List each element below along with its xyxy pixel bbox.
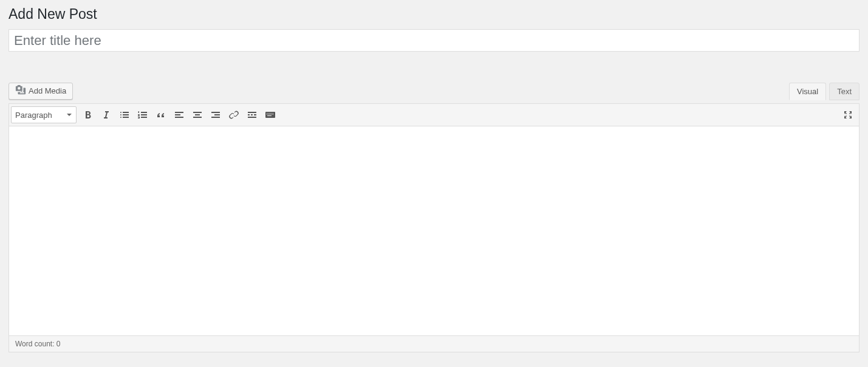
media-row: Add Media Visual Text [9, 82, 859, 100]
bold-icon [82, 109, 94, 121]
numbered-list-icon [137, 109, 149, 121]
editor-container: Add Media Visual Text Paragraph [9, 82, 859, 352]
add-media-label: Add Media [29, 86, 66, 95]
link-button[interactable] [225, 106, 243, 124]
align-left-icon [173, 109, 185, 121]
align-center-button[interactable] [188, 106, 207, 124]
tab-text[interactable]: Text [829, 83, 859, 100]
toolbar-toggle-button[interactable] [261, 106, 279, 124]
add-media-button[interactable]: Add Media [9, 83, 73, 100]
editor-tabs: Visual Text [786, 83, 859, 100]
align-center-icon [191, 109, 203, 121]
numbered-list-button[interactable] [134, 106, 152, 124]
blockquote-icon [155, 109, 167, 121]
bold-button[interactable] [79, 106, 97, 124]
link-icon [228, 109, 240, 121]
align-right-icon [210, 109, 222, 121]
keyboard-icon [264, 109, 276, 121]
format-select[interactable]: Paragraph [11, 106, 77, 123]
read-more-icon [246, 109, 258, 121]
format-select-wrap: Paragraph [11, 106, 77, 123]
align-left-button[interactable] [170, 106, 188, 124]
editor-toolbar: Paragraph [9, 103, 859, 126]
word-count-label: Word count: [15, 340, 56, 348]
bullet-list-button[interactable] [115, 106, 134, 124]
status-bar: Word count: 0 [9, 336, 859, 352]
media-icon [15, 84, 26, 97]
post-content-editor[interactable] [9, 126, 859, 336]
fullscreen-icon [842, 109, 854, 121]
page-heading: Add New Post [9, 0, 859, 26]
italic-icon [100, 109, 112, 121]
post-title-input[interactable] [9, 29, 859, 52]
word-count-value: 0 [56, 340, 61, 348]
fullscreen-button[interactable] [839, 106, 857, 124]
bullet-list-icon [118, 109, 131, 121]
tab-visual[interactable]: Visual [789, 83, 826, 100]
align-right-button[interactable] [207, 106, 225, 124]
italic-button[interactable] [97, 106, 115, 124]
blockquote-button[interactable] [152, 106, 170, 124]
read-more-button[interactable] [243, 106, 261, 124]
